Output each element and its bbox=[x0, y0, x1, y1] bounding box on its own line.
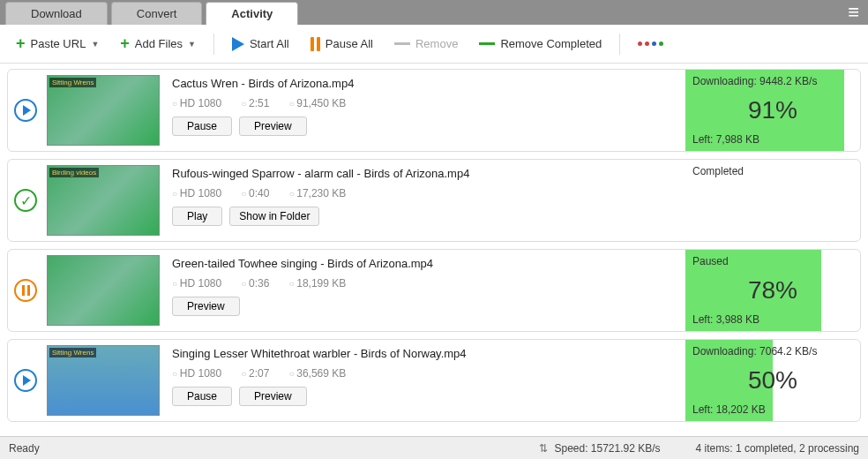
status-text: Downloading: 9448.2 KB/s bbox=[692, 75, 853, 87]
item-buttons: Preview bbox=[172, 297, 677, 316]
remove-button: Remove bbox=[387, 34, 465, 54]
add-files-label: Add Files bbox=[135, 37, 183, 50]
status-text: Completed bbox=[692, 165, 853, 177]
status-summary: 4 items: 1 completed, 2 processing bbox=[696, 442, 859, 455]
item-info: Rufous-winged Sparrow - alarm call - Bir… bbox=[163, 160, 685, 241]
item-btn-2[interactable]: Preview bbox=[239, 387, 307, 406]
item-status: Downloading: 9448.2 KB/s 91% Left: 7,988… bbox=[685, 70, 860, 151]
status-left: Left: 7,988 KB bbox=[692, 133, 853, 146]
filesize: 36,569 KB bbox=[288, 367, 346, 380]
pause-icon bbox=[311, 37, 320, 51]
quality: HD 1080 bbox=[172, 367, 221, 380]
status-text: Paused bbox=[692, 255, 853, 267]
separator bbox=[619, 34, 620, 55]
status-ready: Ready bbox=[9, 442, 40, 455]
thumb-tag: Sitting Wrens bbox=[49, 348, 96, 357]
separator bbox=[213, 34, 214, 55]
start-all-label: Start All bbox=[250, 37, 289, 50]
download-item[interactable]: Sitting Wrens Cactus Wren - Birds of Ari… bbox=[7, 69, 861, 152]
item-buttons: Pause Preview bbox=[172, 387, 677, 406]
pause-icon bbox=[14, 279, 37, 302]
add-files-button[interactable]: + Add Files ▼ bbox=[113, 31, 203, 56]
plus-icon: + bbox=[120, 34, 130, 53]
item-meta: HD 1080 0:36 18,199 KB bbox=[172, 277, 677, 290]
paste-url-button[interactable]: + Paste URL ▼ bbox=[9, 31, 106, 56]
download-item[interactable]: ✓ Birding videos Rufous-winged Sparrow -… bbox=[7, 159, 861, 242]
toolbar: + Paste URL ▼ + Add Files ▼ Start All Pa… bbox=[0, 25, 868, 64]
quality: HD 1080 bbox=[172, 277, 221, 290]
item-info: Cactus Wren - Birds of Arizona.mp4 HD 10… bbox=[163, 70, 685, 151]
item-btn-2[interactable]: Preview bbox=[172, 297, 240, 316]
item-state-icon: ✓ bbox=[8, 160, 43, 241]
download-list: Sitting Wrens Cactus Wren - Birds of Ari… bbox=[0, 64, 868, 436]
quality: HD 1080 bbox=[172, 97, 221, 109]
item-meta: HD 1080 2:51 91,450 KB bbox=[172, 97, 677, 109]
paste-url-label: Paste URL bbox=[31, 37, 86, 50]
status-left: Left: 18,202 KB bbox=[692, 403, 853, 416]
thumbnail[interactable] bbox=[47, 255, 160, 326]
percent: 91% bbox=[692, 96, 853, 124]
item-buttons: Pause Preview bbox=[172, 117, 677, 136]
minus-icon bbox=[394, 42, 410, 45]
status-bar: Ready ⇅ Speed: 15721.92 KB/s 4 items: 1 … bbox=[0, 436, 868, 459]
remove-completed-button[interactable]: Remove Completed bbox=[472, 34, 609, 54]
item-btn-2[interactable]: Preview bbox=[239, 117, 307, 136]
tab-convert[interactable]: Convert bbox=[111, 2, 203, 25]
status-text: Downloading: 7064.2 KB/s bbox=[692, 345, 853, 357]
tab-download[interactable]: Download bbox=[5, 2, 108, 25]
item-state-icon bbox=[8, 70, 43, 151]
status-speed: ⇅ Speed: 15721.92 KB/s bbox=[539, 442, 660, 455]
start-all-button[interactable]: Start All bbox=[225, 34, 296, 55]
plus-icon: + bbox=[16, 34, 26, 53]
play-icon bbox=[14, 99, 37, 122]
title-bar: Download Convert Activity ≡ bbox=[0, 0, 868, 25]
item-info: Singing Lesser Whitethroat warbler - Bir… bbox=[163, 340, 685, 421]
status-left: Left: 3,988 KB bbox=[692, 313, 853, 326]
transfer-icon: ⇅ bbox=[539, 442, 548, 455]
item-status: Completed bbox=[685, 160, 860, 241]
remove-completed-label: Remove Completed bbox=[500, 37, 602, 50]
chevron-down-icon[interactable]: ▼ bbox=[188, 40, 196, 49]
item-btn-1[interactable]: Pause bbox=[172, 117, 232, 136]
quality: HD 1080 bbox=[172, 187, 221, 199]
chevron-down-icon[interactable]: ▼ bbox=[91, 40, 99, 49]
thumbnail[interactable]: Sitting Wrens bbox=[47, 75, 160, 146]
duration: 0:40 bbox=[241, 187, 269, 199]
item-status: Downloading: 7064.2 KB/s 50% Left: 18,20… bbox=[685, 340, 860, 421]
duration: 0:36 bbox=[241, 277, 269, 290]
remove-label: Remove bbox=[415, 37, 458, 50]
thumb-tag: Sitting Wrens bbox=[49, 78, 96, 87]
thumb-tag: Birding videos bbox=[49, 168, 99, 177]
filesize: 17,230 KB bbox=[288, 187, 346, 199]
dots-icon bbox=[638, 41, 663, 46]
thumbnail[interactable]: Birding videos bbox=[47, 165, 160, 236]
download-item[interactable]: Sitting Wrens Singing Lesser Whitethroat… bbox=[7, 339, 861, 422]
item-status: Paused 78% Left: 3,988 KB bbox=[685, 250, 860, 331]
filesize: 18,199 KB bbox=[288, 277, 346, 290]
play-icon bbox=[232, 37, 244, 51]
thumbnail[interactable]: Sitting Wrens bbox=[47, 345, 160, 416]
minus-icon bbox=[479, 42, 495, 45]
item-meta: HD 1080 2:07 36,569 KB bbox=[172, 367, 677, 380]
item-info: Green-tailed Towhee singing - Birds of A… bbox=[163, 250, 685, 331]
item-buttons: Play Show in Folder bbox=[172, 207, 677, 226]
item-state-icon bbox=[8, 340, 43, 421]
download-item[interactable]: Green-tailed Towhee singing - Birds of A… bbox=[7, 249, 861, 332]
item-state-icon bbox=[8, 250, 43, 331]
item-title: Rufous-winged Sparrow - alarm call - Bir… bbox=[172, 167, 677, 180]
more-button[interactable] bbox=[631, 38, 670, 49]
tab-activity[interactable]: Activity bbox=[206, 2, 298, 25]
item-btn-1[interactable]: Pause bbox=[172, 387, 232, 406]
duration: 2:07 bbox=[241, 367, 269, 380]
item-title: Green-tailed Towhee singing - Birds of A… bbox=[172, 257, 677, 270]
pause-all-label: Pause All bbox=[326, 37, 373, 50]
item-btn-1[interactable]: Play bbox=[172, 207, 222, 226]
item-meta: HD 1080 0:40 17,230 KB bbox=[172, 187, 677, 199]
filesize: 91,450 KB bbox=[288, 97, 346, 109]
item-title: Singing Lesser Whitethroat warbler - Bir… bbox=[172, 347, 677, 360]
menu-icon[interactable]: ≡ bbox=[848, 1, 859, 24]
item-title: Cactus Wren - Birds of Arizona.mp4 bbox=[172, 77, 677, 90]
pause-all-button[interactable]: Pause All bbox=[303, 34, 380, 55]
play-icon bbox=[14, 369, 37, 392]
item-btn-2[interactable]: Show in Folder bbox=[229, 207, 319, 226]
